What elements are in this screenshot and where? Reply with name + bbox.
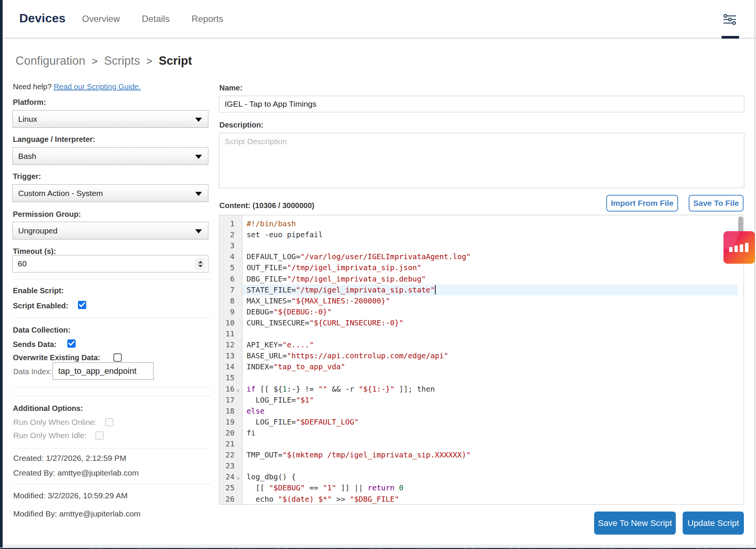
data-index-label: Data Index:	[13, 367, 52, 376]
permission-group-value: Ungrouped	[18, 226, 57, 235]
spinner-up-icon[interactable]	[198, 261, 203, 263]
code-line-6: DBG_FILE="/tmp/igel_imprivata_sip.debug"	[247, 274, 744, 285]
update-script-button[interactable]: Update Script	[683, 512, 744, 535]
help-line: Need help? Read our Scripting Guide.	[13, 82, 141, 91]
code-editor[interactable]: 12345678910111213141516∨1718192021222324…	[219, 215, 744, 505]
code-line-2: set -euo pipefail	[247, 229, 744, 240]
platform-label: Platform:	[13, 98, 46, 107]
header-divider	[3, 38, 756, 39]
page-right-border	[754, 0, 755, 545]
left-accent-bar	[0, 0, 3, 547]
timeout-input[interactable]: 60	[12, 255, 208, 272]
code-line-12: API_KEY="e...."	[247, 339, 744, 350]
line-number: 3	[219, 240, 234, 251]
line-number: 24	[219, 471, 234, 482]
modified-by-text: Modified By: amttye@jupiterlab.com	[13, 509, 140, 518]
trigger-select[interactable]: Custom Action - System	[12, 184, 208, 202]
breadcrumb-item-scripts[interactable]: Scripts	[104, 54, 140, 68]
line-number: 6	[219, 274, 234, 285]
breadcrumb-separator: >	[92, 56, 98, 67]
save-to-file-button[interactable]: Save To File	[689, 195, 744, 212]
timeout-value: 60	[18, 259, 26, 268]
line-number: 17	[219, 395, 234, 406]
line-number: 10	[219, 317, 234, 328]
line-number: 22	[219, 449, 234, 460]
number-spinner[interactable]	[195, 259, 205, 269]
import-from-file-button[interactable]: Import From File	[606, 195, 678, 212]
line-number: 20	[219, 428, 234, 439]
line-number: 2	[219, 229, 234, 240]
line-number: 26	[219, 494, 234, 505]
divider	[12, 484, 212, 484]
name-input[interactable]: IGEL - Tap to App Timings	[219, 96, 744, 112]
overwrite-checkbox[interactable]	[113, 353, 122, 362]
line-number: 11	[219, 328, 234, 339]
breadcrumb-item-configuration[interactable]: Configuration	[16, 54, 85, 68]
checkmark-icon	[79, 302, 85, 307]
page: Devices OverviewDetailsReports Configura…	[0, 0, 756, 549]
data-collection-label: Data Collection:	[13, 326, 70, 334]
nav-tabs: OverviewDetailsReports	[82, 14, 223, 24]
save-to-new-script-button[interactable]: Save To New Script	[594, 512, 676, 535]
description-label: Description:	[219, 121, 264, 129]
checkmark-icon	[68, 341, 75, 346]
permission-group-label: Permission Group:	[13, 210, 81, 219]
code-line-10: CURL_INSECURE="${CURL_INSECURE:-0}"	[247, 317, 744, 328]
run-idle-checkbox	[95, 431, 104, 440]
trigger-value: Custom Action - System	[18, 189, 103, 198]
fold-toggle-icon[interactable]: ∨	[236, 476, 241, 481]
divider	[12, 317, 212, 318]
tab-details[interactable]: Details	[142, 14, 169, 24]
language-select[interactable]: Bash	[12, 147, 208, 165]
line-number: 19	[219, 417, 234, 428]
editor-code-area[interactable]: #!/bin/bashset -euo pipefailDEFAULT_LOG=…	[247, 215, 744, 504]
tab-reports[interactable]: Reports	[191, 14, 223, 24]
tab-overview[interactable]: Overview	[82, 14, 120, 24]
breadcrumb: Configuration>Scripts>Script	[16, 54, 192, 68]
name-label: Name:	[219, 84, 242, 92]
breadcrumb-item-script: Script	[159, 54, 192, 68]
line-number: 8	[219, 295, 234, 306]
line-number: 9	[219, 306, 234, 317]
data-index-value: tap_to_app_endpoint	[58, 366, 137, 376]
permission-group-select[interactable]: Ungrouped	[12, 222, 208, 240]
name-value: IGEL - Tap to App Timings	[225, 100, 317, 109]
sends-data-label: Sends Data:	[13, 340, 57, 349]
code-line-7: STATE_FILE="/tmp/igel_imprivata_sip.stat…	[247, 285, 744, 295]
signal-bars-icon[interactable]	[723, 231, 755, 264]
modified-text: Modified: 3/2/2026, 10:59:29 AM	[13, 491, 127, 500]
line-number: 7	[219, 285, 234, 295]
code-line-25: [[ "$DEBUG" == "1" ]] || return 0	[247, 482, 744, 493]
data-index-input[interactable]: tap_to_app_endpoint	[53, 362, 154, 380]
signal-bars	[729, 243, 748, 252]
scripting-guide-link[interactable]: Read our Scripting Guide.	[54, 82, 141, 91]
code-line-18: else	[247, 406, 744, 417]
line-number: 14	[219, 361, 234, 372]
script-enabled-checkbox[interactable]	[78, 301, 86, 309]
divider	[12, 448, 212, 448]
code-line-26: echo "$(date) $*" >> "$DBG_FILE"	[247, 494, 744, 505]
code-line-9: DEBUG="${DEBUG:-0}"	[247, 306, 744, 317]
page-title: Devices	[19, 11, 65, 25]
line-number: 21	[219, 439, 234, 449]
run-online-checkbox	[105, 418, 113, 426]
divider	[12, 396, 212, 396]
fold-toggle-icon[interactable]: ∨	[236, 388, 241, 393]
sends-data-checkbox[interactable]	[67, 339, 76, 348]
editor-gutter: 12345678910111213141516∨1718192021222324…	[219, 215, 242, 504]
timeout-label: Timeout (s):	[13, 247, 56, 256]
code-line-19: LOG_FILE="$DEFAULT_LOG"	[247, 417, 744, 428]
sliders-icon[interactable]	[723, 14, 736, 25]
code-line-1: #!/bin/bash	[247, 218, 744, 229]
help-text: Need help?	[13, 82, 54, 91]
dropdown-caret-icon	[195, 118, 202, 122]
code-line-5: OUT_FILE="/tmp/igel_imprivata_sip.json"	[247, 262, 744, 273]
created-text: Created: 1/27/2026, 2:12:59 PM	[13, 454, 126, 463]
line-number: 15	[219, 372, 234, 383]
code-line-14: INDEX="tap_to_app_vda"	[247, 361, 744, 372]
platform-value: Linux	[18, 115, 37, 124]
platform-select[interactable]: Linux	[12, 110, 208, 128]
spinner-down-icon[interactable]	[198, 265, 203, 268]
code-line-13: BASE_URL="https://api.controlup.com/edge…	[247, 350, 744, 361]
description-textarea[interactable]: Script Description	[219, 133, 744, 188]
